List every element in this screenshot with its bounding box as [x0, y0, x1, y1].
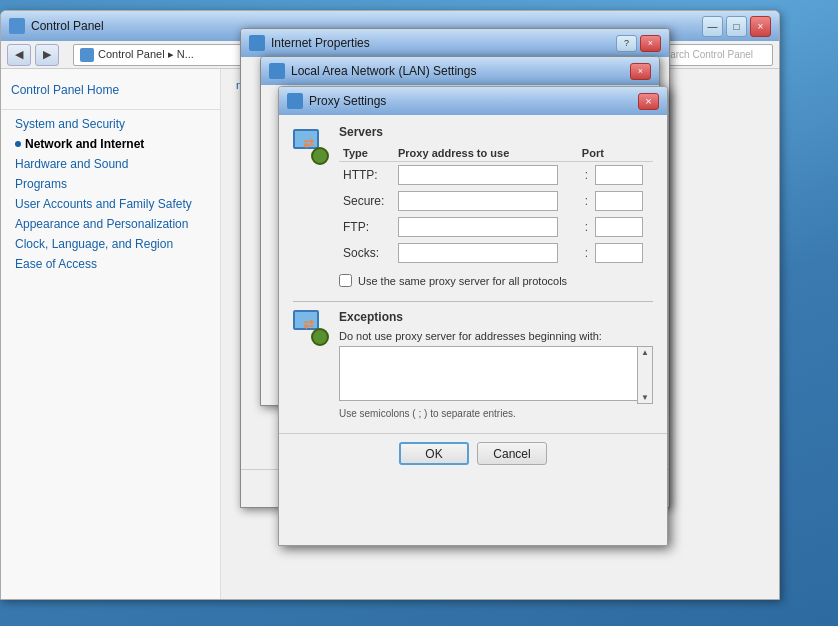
proxy-servers-section: Servers Type Proxy address to use Port H… — [339, 125, 653, 293]
internet-props-title: Internet Properties — [271, 36, 370, 50]
cp-restore-btn[interactable]: □ — [726, 16, 747, 37]
exceptions-section: ⇄ Exceptions Do not use proxy server for… — [293, 310, 653, 419]
sidebar-label-system-security: System and Security — [15, 117, 125, 131]
sidebar-label-programs: Programs — [15, 177, 67, 191]
proxy-ok-btn[interactable]: OK — [399, 442, 469, 465]
row-type-ftp: FTP: — [339, 214, 394, 240]
proxy-title-area: Proxy Settings — [287, 93, 386, 109]
search-box[interactable]: Search Control Panel — [653, 44, 773, 66]
back-button[interactable]: ◀ — [7, 44, 31, 66]
socks-address-input[interactable] — [398, 243, 558, 263]
row-addr-secure — [394, 188, 578, 214]
colon-4: : — [582, 246, 591, 260]
proxy-title: Proxy Settings — [309, 94, 386, 108]
forward-button[interactable]: ▶ — [35, 44, 59, 66]
proxy-servers-icon-area: ⇄ — [293, 129, 331, 165]
internet-props-controls: ? × — [616, 35, 661, 52]
row-port-ftp: : — [578, 214, 653, 240]
internet-props-help-btn[interactable]: ? — [616, 35, 637, 52]
proxy-footer: OK Cancel — [279, 433, 667, 473]
row-addr-socks — [394, 240, 578, 266]
internet-props-titlebar: Internet Properties ? × — [241, 29, 669, 57]
textarea-scrollbar: ▲ ▼ — [637, 346, 653, 404]
ftp-address-input[interactable] — [398, 217, 558, 237]
sidebar-item-system-security[interactable]: System and Security — [1, 114, 220, 134]
sidebar-item-hardware-sound[interactable]: Hardware and Sound — [1, 154, 220, 174]
cp-close-btn[interactable]: × — [750, 16, 771, 37]
internet-props-icon — [249, 35, 265, 51]
proxy-icon — [287, 93, 303, 109]
lan-icon — [269, 63, 285, 79]
colon-2: : — [582, 194, 591, 208]
search-placeholder: Search Control Panel — [658, 49, 753, 60]
proxy-settings-dialog: Proxy Settings × ⇄ Servers Type P — [278, 86, 668, 546]
address-text: Control Panel ▸ N... — [98, 48, 194, 61]
sidebar-label-clock-lang: Clock, Language, and Region — [15, 237, 173, 251]
sidebar-divider-1 — [1, 109, 220, 110]
sidebar-item-ease-access[interactable]: Ease of Access — [1, 254, 220, 274]
row-addr-http — [394, 162, 578, 189]
row-port-http: : — [578, 162, 653, 189]
col-type: Type — [339, 145, 394, 162]
exceptions-note: Use semicolons ( ; ) to separate entries… — [339, 408, 653, 419]
ftp-port-input[interactable] — [595, 217, 643, 237]
lan-titlebar: Local Area Network (LAN) Settings × — [261, 57, 659, 85]
sidebar-item-appearance[interactable]: Appearance and Personalization — [1, 214, 220, 234]
cp-window-title: Control Panel — [31, 19, 104, 33]
internet-props-close-btn[interactable]: × — [640, 35, 661, 52]
proxy-server-icon-stack: ⇄ — [293, 129, 329, 165]
row-addr-ftp — [394, 214, 578, 240]
sidebar-item-clock-lang[interactable]: Clock, Language, and Region — [1, 234, 220, 254]
exceptions-content: ⇄ Exceptions Do not use proxy server for… — [293, 310, 653, 419]
servers-label: Servers — [339, 125, 653, 139]
servers-table: Type Proxy address to use Port HTTP: : — [339, 145, 653, 266]
sidebar-home-link[interactable]: Control Panel Home — [1, 79, 220, 105]
lan-title-area: Local Area Network (LAN) Settings — [269, 63, 476, 79]
exceptions-right: Exceptions Do not use proxy server for a… — [339, 310, 653, 419]
table-row: HTTP: : — [339, 162, 653, 189]
active-bullet — [15, 141, 21, 147]
sidebar-label-appearance: Appearance and Personalization — [15, 217, 188, 231]
lan-close-btn[interactable]: × — [630, 63, 651, 80]
sidebar-label-hardware-sound: Hardware and Sound — [15, 157, 128, 171]
sidebar-item-programs[interactable]: Programs — [1, 174, 220, 194]
http-address-input[interactable] — [398, 165, 558, 185]
table-row: Socks: : — [339, 240, 653, 266]
cp-window-controls: — □ × — [702, 16, 771, 37]
scroll-up-icon[interactable]: ▲ — [639, 348, 651, 357]
colon-3: : — [582, 220, 591, 234]
exceptions-textarea-wrap: ▲ ▼ — [339, 346, 653, 404]
arrow-decoration: ⇄ — [303, 137, 314, 150]
secure-port-input[interactable] — [595, 191, 643, 211]
col-port: Port — [578, 145, 653, 162]
proxy-close-btn[interactable]: × — [638, 93, 659, 110]
scroll-down-icon[interactable]: ▼ — [639, 393, 651, 402]
lan-controls: × — [630, 63, 651, 80]
section-separator — [293, 301, 653, 302]
colon-1: : — [582, 168, 591, 182]
socks-port-input[interactable] — [595, 243, 643, 263]
row-port-secure: : — [578, 188, 653, 214]
row-type-secure: Secure: — [339, 188, 394, 214]
sidebar-label-user-accounts: User Accounts and Family Safety — [15, 197, 192, 211]
secure-address-input[interactable] — [398, 191, 558, 211]
proxy-cancel-btn[interactable]: Cancel — [477, 442, 547, 465]
cp-minimize-btn[interactable]: — — [702, 16, 723, 37]
cp-sidebar: Control Panel Home System and Security N… — [1, 69, 221, 599]
http-port-input[interactable] — [595, 165, 643, 185]
address-icon — [80, 48, 94, 62]
exceptions-label: Exceptions — [339, 310, 653, 324]
row-type-http: HTTP: — [339, 162, 394, 189]
lan-title: Local Area Network (LAN) Settings — [291, 64, 476, 78]
same-proxy-label: Use the same proxy server for all protoc… — [358, 275, 567, 287]
table-row: FTP: : — [339, 214, 653, 240]
exc-icon-stack: ⇄ — [293, 310, 329, 346]
same-proxy-row: Use the same proxy server for all protoc… — [339, 274, 653, 287]
row-type-socks: Socks: — [339, 240, 394, 266]
exceptions-textarea[interactable] — [339, 346, 653, 401]
same-proxy-checkbox[interactable] — [339, 274, 352, 287]
cp-title-area: Control Panel — [9, 18, 104, 34]
exceptions-icon-area: ⇄ — [293, 310, 331, 346]
sidebar-item-user-accounts[interactable]: User Accounts and Family Safety — [1, 194, 220, 214]
sidebar-item-network-internet[interactable]: Network and Internet — [1, 134, 220, 154]
